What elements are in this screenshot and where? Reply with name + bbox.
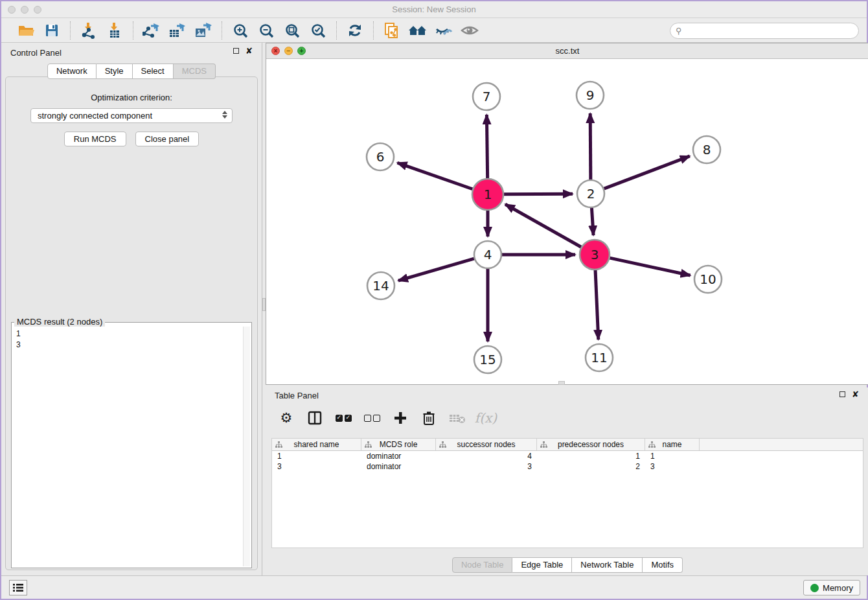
mcds-result-group: MCDS result (2 nodes) 1 3 <box>11 322 252 568</box>
list-icon <box>13 583 23 592</box>
deselect-all-icon[interactable] <box>363 409 381 427</box>
home-icon[interactable] <box>407 21 428 40</box>
clone-network-icon[interactable] <box>382 21 402 40</box>
edge-4-14[interactable] <box>398 259 474 281</box>
tab-motifs[interactable]: Motifs <box>643 557 683 573</box>
select-all-icon[interactable] <box>334 409 352 427</box>
table-cell[interactable]: 4 <box>436 451 537 461</box>
column-header-MCDS-role[interactable]: MCDS role <box>361 439 436 450</box>
run-mcds-button[interactable]: Run MCDS <box>64 132 126 146</box>
edge-2-9[interactable] <box>590 113 591 179</box>
main-toolbar: ⚲ <box>1 18 867 43</box>
edge-2-8[interactable] <box>604 156 690 189</box>
table-cell[interactable]: 2 <box>537 461 645 472</box>
delete-column-icon[interactable] <box>420 409 438 427</box>
edge-3-11[interactable] <box>595 270 599 340</box>
table-cell[interactable]: 1 <box>272 451 361 461</box>
node-label-10: 10 <box>700 271 716 287</box>
save-session-icon[interactable] <box>41 21 62 40</box>
split-column-icon[interactable] <box>306 409 324 427</box>
close-table-panel-icon[interactable]: ✘ <box>852 391 859 397</box>
edge-3-10[interactable] <box>610 258 690 275</box>
table-cell[interactable]: 3 <box>272 461 361 472</box>
tab-select[interactable]: Select <box>133 63 174 79</box>
tab-edge-table[interactable]: Edge Table <box>512 557 572 573</box>
table-cell[interactable]: dominator <box>361 451 436 461</box>
edge-1-2[interactable] <box>504 194 573 194</box>
edge-1-7[interactable] <box>486 115 487 178</box>
node-label-14: 14 <box>372 278 389 294</box>
criterion-select-value: strongly connected component <box>38 111 152 121</box>
memory-label: Memory <box>823 583 853 593</box>
control-panel-header: Control Panel ✘ <box>1 43 262 62</box>
edge-1-6[interactable] <box>397 163 472 189</box>
column-label: predecessor nodes <box>558 440 624 449</box>
table-row[interactable]: 1dominator411 <box>272 451 863 461</box>
hide-graphics-icon[interactable] <box>433 21 454 40</box>
edge-3-1[interactable] <box>505 204 581 247</box>
network-view-window: × − + scc.txt 1234678910111415 <box>266 43 868 385</box>
zoom-in-icon[interactable] <box>230 21 251 40</box>
settings-gear-icon[interactable]: ⚙ <box>277 409 295 427</box>
table-toolbar: ⚙f(x) <box>272 406 495 430</box>
float-panel-icon[interactable] <box>233 48 239 54</box>
table-cell[interactable]: dominator <box>361 461 436 472</box>
network-canvas[interactable]: 1234678910111415 <box>266 59 868 384</box>
import-table-icon[interactable] <box>104 21 125 40</box>
table-cell[interactable]: 3 <box>436 461 537 472</box>
task-history-button[interactable] <box>9 580 27 595</box>
toolbar-group-2 <box>133 21 222 40</box>
node-label-9: 9 <box>586 87 595 103</box>
memory-button[interactable]: Memory <box>803 580 860 595</box>
table-cell[interactable]: 3 <box>645 461 700 472</box>
node-label-11: 11 <box>591 350 607 365</box>
tab-network[interactable]: Network <box>47 63 97 79</box>
toolbar-group-3 <box>222 21 336 40</box>
horizontal-splitter-grip[interactable] <box>558 381 565 385</box>
close-panel-button[interactable]: Close panel <box>135 132 200 146</box>
tab-style[interactable]: Style <box>97 63 133 79</box>
open-session-icon[interactable] <box>16 21 36 40</box>
column-header-name[interactable]: name <box>645 439 700 450</box>
function-builder-icon: f(x) <box>477 409 495 427</box>
column-header-predecessor-nodes[interactable]: predecessor nodes <box>537 439 645 450</box>
toolbar-group-1 <box>71 21 133 40</box>
search-icon: ⚲ <box>676 26 682 36</box>
table-body: 1dominator4113dominator323 <box>272 451 863 472</box>
search-input[interactable] <box>685 27 858 36</box>
network-graph[interactable]: 1234678910111415 <box>266 59 868 384</box>
zoom-fit-icon[interactable] <box>282 21 303 40</box>
import-network-icon[interactable] <box>78 21 99 40</box>
add-column-icon[interactable] <box>391 409 409 427</box>
refresh-icon[interactable] <box>345 21 365 40</box>
close-panel-icon[interactable]: ✘ <box>246 48 253 54</box>
column-label: shared name <box>293 440 339 449</box>
optimization-criterion-label: Optimization criterion: <box>6 93 257 102</box>
float-table-panel-icon[interactable] <box>839 391 845 397</box>
tab-network-table[interactable]: Network Table <box>572 557 643 573</box>
criterion-select[interactable]: strongly connected component <box>30 108 233 123</box>
column-label: name <box>662 440 681 449</box>
table-cell[interactable]: 1 <box>537 451 645 461</box>
tab-mcds[interactable]: MCDS <box>174 63 216 79</box>
window-title: Session: New Session <box>1 5 867 14</box>
toolbar-group-4 <box>337 21 373 40</box>
table-cell[interactable]: 1 <box>645 451 700 461</box>
zoom-out-icon[interactable] <box>256 21 277 40</box>
edge-2-3[interactable] <box>591 208 593 235</box>
export-network-icon[interactable] <box>141 21 162 40</box>
node-label-8: 8 <box>703 142 711 157</box>
mcds-result-text[interactable]: 1 3 <box>13 327 242 566</box>
export-image-icon[interactable] <box>193 21 214 40</box>
export-table-icon[interactable] <box>167 21 188 40</box>
table-panel-title: Table Panel <box>275 391 319 400</box>
column-header-shared-name[interactable]: shared name <box>272 439 361 450</box>
table-row[interactable]: 3dominator323 <box>272 461 863 472</box>
table-header-row: shared nameMCDS rolesuccessor nodesprede… <box>272 439 863 451</box>
mcds-result-scrollbar[interactable] <box>243 327 250 566</box>
tab-node-table[interactable]: Node Table <box>452 557 513 573</box>
zoom-selected-icon[interactable] <box>308 21 328 40</box>
column-header-successor-nodes[interactable]: successor nodes <box>436 439 537 450</box>
show-graphics-icon[interactable] <box>459 21 480 40</box>
search-field[interactable]: ⚲ <box>670 23 859 39</box>
